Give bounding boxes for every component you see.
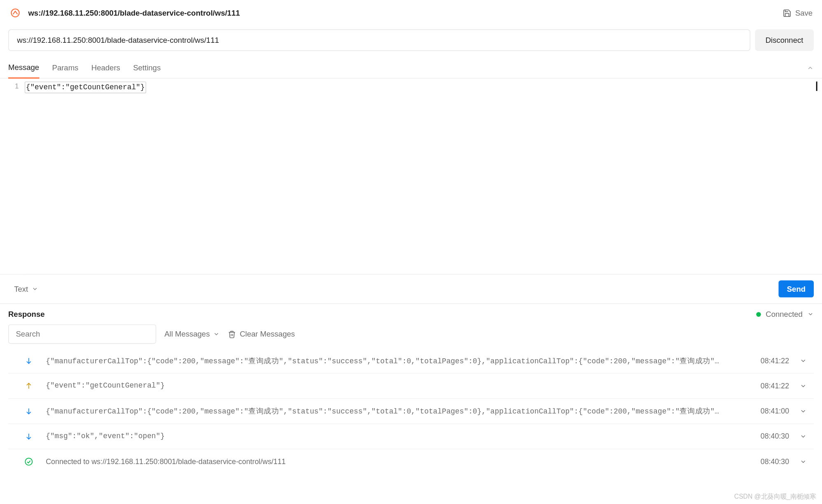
message-row[interactable]: {"msg":"ok","event":"open"} 08:40:30	[8, 424, 814, 449]
format-label: Text	[14, 284, 28, 293]
line-number: 1	[0, 82, 19, 91]
response-title: Response	[8, 310, 45, 318]
request-tabs: Message Params Headers Settings	[0, 58, 822, 79]
svg-point-5	[25, 458, 32, 465]
code-area[interactable]: {"event":"getCountGeneral"}	[25, 79, 822, 274]
arrow-down-icon	[22, 405, 35, 418]
expand-toggle[interactable]	[800, 408, 810, 415]
chevron-down-icon	[32, 286, 38, 292]
message-row[interactable]: Connected to ws://192.168.11.250:8001/bl…	[8, 449, 814, 474]
watermark: CSDN @北葵向暖_南栀倾寒	[734, 492, 816, 501]
chevron-down-icon	[800, 458, 807, 465]
line-gutter: 1	[0, 79, 25, 274]
response-header: Response Connected	[0, 304, 822, 322]
chevron-up-icon	[807, 65, 814, 72]
clear-label: Clear Messages	[240, 330, 295, 338]
arrow-down-icon	[22, 354, 35, 367]
expand-toggle[interactable]	[800, 357, 810, 364]
status-dot-icon	[756, 312, 761, 316]
chevron-down-icon	[800, 408, 807, 415]
send-button[interactable]: Send	[779, 280, 814, 297]
check-circle-icon	[22, 455, 35, 468]
clear-messages-button[interactable]: Clear Messages	[228, 330, 295, 338]
editor-footer: Text Send	[0, 274, 822, 304]
connection-status[interactable]: Connected	[756, 310, 814, 318]
filter-label: All Messages	[164, 330, 210, 338]
cursor-caret	[816, 81, 817, 91]
header-bar: ws://192.168.11.250:8001/blade-dataservi…	[0, 0, 822, 26]
message-content: {"manufacturerCallTop":{"code":200,"mess…	[46, 406, 750, 416]
trash-icon	[228, 330, 236, 338]
tab-params[interactable]: Params	[52, 58, 79, 78]
expand-toggle[interactable]	[800, 383, 810, 390]
arrow-down-icon	[22, 430, 35, 443]
message-content: Connected to ws://192.168.11.250:8001/bl…	[46, 458, 750, 466]
chevron-down-icon	[800, 357, 807, 364]
message-content: {"msg":"ok","event":"open"}	[46, 432, 750, 441]
url-input[interactable]	[8, 29, 750, 51]
tab-message[interactable]: Message	[8, 58, 39, 79]
status-label: Connected	[766, 310, 803, 318]
format-selector[interactable]: Text	[8, 284, 38, 293]
save-label: Save	[795, 9, 813, 17]
message-filter[interactable]: All Messages	[164, 330, 220, 338]
message-time: 08:40:30	[761, 432, 789, 441]
disconnect-button[interactable]: Disconnect	[755, 29, 814, 51]
message-row[interactable]: {"manufacturerCallTop":{"code":200,"mess…	[8, 348, 814, 374]
search-input[interactable]	[8, 324, 156, 344]
message-time: 08:40:30	[761, 458, 789, 466]
tab-headers[interactable]: Headers	[91, 58, 120, 78]
save-icon	[783, 9, 792, 17]
websocket-icon	[9, 7, 21, 19]
message-content: {"event":"getCountGeneral"}	[46, 382, 750, 390]
expand-toggle[interactable]	[800, 433, 810, 440]
code-line: {"event":"getCountGeneral"}	[25, 81, 146, 93]
message-row[interactable]: {"manufacturerCallTop":{"code":200,"mess…	[8, 399, 814, 424]
message-editor[interactable]: 1 {"event":"getCountGeneral"}	[0, 79, 822, 274]
save-button[interactable]: Save	[783, 9, 813, 17]
message-time: 08:41:00	[761, 407, 789, 415]
chevron-down-icon	[807, 311, 814, 318]
message-row[interactable]: {"event":"getCountGeneral"} 08:41:22	[8, 374, 814, 399]
expand-toggle[interactable]	[800, 458, 810, 465]
collapse-toggle[interactable]	[807, 65, 814, 72]
response-toolbar: All Messages Clear Messages	[0, 322, 822, 348]
url-row: Disconnect	[0, 26, 822, 58]
arrow-up-icon	[22, 379, 35, 392]
message-list: {"manufacturerCallTop":{"code":200,"mess…	[0, 348, 822, 474]
chevron-down-icon	[800, 383, 807, 390]
chevron-down-icon	[213, 331, 220, 337]
tab-settings[interactable]: Settings	[133, 58, 161, 78]
chevron-down-icon	[800, 433, 807, 440]
message-content: {"manufacturerCallTop":{"code":200,"mess…	[46, 356, 750, 366]
svg-point-0	[11, 9, 19, 17]
message-time: 08:41:22	[761, 382, 789, 390]
message-time: 08:41:22	[761, 357, 789, 365]
request-title: ws://192.168.11.250:8001/blade-dataservi…	[28, 9, 240, 17]
